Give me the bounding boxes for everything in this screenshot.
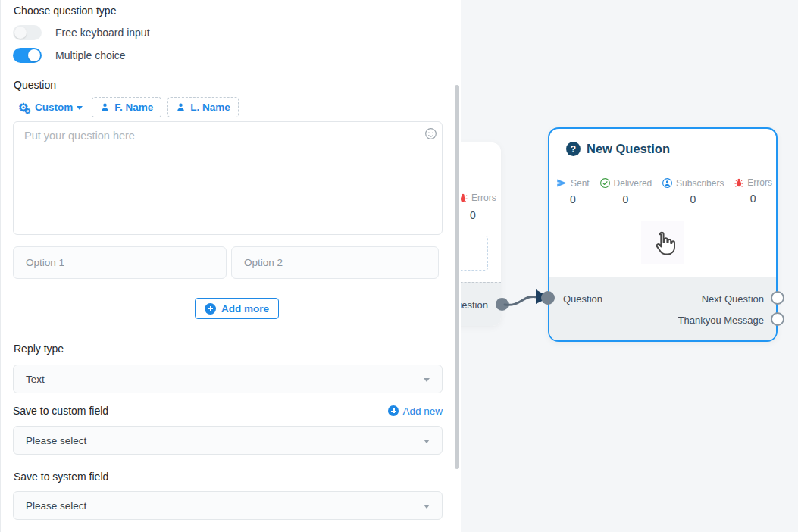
add-more-button[interactable]: Add more	[195, 298, 279, 319]
option-2-input[interactable]	[231, 246, 439, 279]
hidden-node-port-label: uestion	[461, 299, 488, 311]
reply-type-value: Text	[26, 374, 424, 385]
stat-subscribers-label: Subscribers	[676, 178, 724, 189]
multiple-choice-label: Multiple choice	[55, 49, 126, 61]
hidden-node-errors-label: Errors	[471, 192, 496, 203]
node-title: New Question	[587, 142, 670, 156]
multiple-choice-row: Multiple choice	[13, 48, 126, 63]
stat-subscribers: Subscribers 0	[662, 177, 724, 205]
question-input-port[interactable]	[541, 291, 555, 305]
flow-builder-screen: Choose question type Free keyboard input…	[0, 0, 798, 532]
free-keyboard-input-toggle[interactable]	[13, 25, 42, 40]
panel-scrollbar-thumb[interactable]	[455, 85, 459, 469]
node-header: ? New Question	[566, 142, 670, 156]
stat-sent-value: 0	[570, 193, 576, 205]
question-badge-icon: ?	[566, 142, 581, 156]
save-custom-field-select[interactable]: Please select	[13, 426, 443, 455]
reply-type-select[interactable]: Text	[13, 365, 443, 393]
plus-circle-icon	[205, 303, 216, 315]
chevron-down-icon	[424, 505, 430, 509]
add-new-label: Add new	[402, 405, 443, 417]
toggle-knob	[28, 49, 40, 61]
input-port-label: Question	[563, 293, 602, 305]
hidden-question-node[interactable]: Errors 0 uestion	[461, 142, 501, 326]
save-system-field-select[interactable]: Please select	[13, 491, 443, 520]
free-keyboard-input-row: Free keyboard input	[13, 25, 150, 40]
cursor-hover-area	[641, 221, 684, 264]
option-1-input[interactable]	[13, 246, 227, 279]
node-stats-row: Sent 0 Delivered 0	[556, 177, 772, 205]
hidden-node-option-slot[interactable]	[461, 236, 488, 271]
question-section-label: Question	[14, 79, 56, 91]
stat-errors-value: 0	[750, 192, 756, 205]
chevron-down-icon	[424, 378, 430, 382]
person-icon	[176, 102, 186, 112]
save-system-field-value: Please select	[26, 500, 424, 512]
node-ports-footer: Question Next Question Thankyou Message	[549, 277, 776, 340]
choose-question-type-label: Choose question type	[14, 5, 116, 17]
reply-type-label: Reply type	[14, 343, 64, 355]
hidden-node-errors-stat: Errors	[461, 192, 496, 203]
custom-fields-dropdown[interactable]: ⚙⚙ Custom	[13, 100, 86, 115]
question-config-panel: Choose question type Free keyboard input…	[0, 0, 453, 532]
plus-circle-icon	[388, 405, 399, 416]
save-system-field-label: Save to system field	[14, 471, 108, 483]
send-icon	[556, 177, 568, 189]
lname-tag-button[interactable]: L. Name	[167, 97, 239, 117]
custom-dropdown-label: Custom	[35, 102, 73, 113]
flow-canvas[interactable]: Errors 0 uestion ? New Question	[461, 0, 798, 532]
emoji-picker-icon[interactable]	[424, 127, 437, 143]
stat-errors: Errors 0	[734, 177, 772, 205]
toggle-knob	[14, 27, 27, 39]
new-question-node[interactable]: ? New Question Sent 0	[548, 127, 778, 342]
next-question-port-label: Next Question	[702, 293, 764, 305]
merge-tags-row: ⚙⚙ Custom F. Name L. Name	[13, 97, 239, 117]
subscriber-icon	[662, 177, 673, 189]
add-more-label: Add more	[221, 303, 269, 315]
stat-errors-label: Errors	[747, 177, 772, 188]
free-keyboard-input-label: Free keyboard input	[55, 27, 150, 39]
stat-delivered-label: Delivered	[614, 178, 652, 189]
chevron-down-icon	[424, 440, 430, 443]
person-icon	[100, 102, 110, 112]
next-question-output-port[interactable]	[771, 291, 784, 305]
thankyou-message-output-port[interactable]	[771, 312, 784, 326]
add-new-custom-field-link[interactable]: Add new	[388, 405, 443, 417]
gears-icon: ⚙⚙	[16, 102, 31, 114]
stat-delivered-value: 0	[623, 193, 629, 205]
check-circle-icon	[599, 177, 611, 189]
multiple-choice-toggle[interactable]	[13, 48, 42, 63]
stat-sent-label: Sent	[571, 178, 590, 189]
bug-icon	[461, 192, 468, 203]
fname-tag-button[interactable]: F. Name	[92, 97, 161, 117]
hidden-node-errors-value: 0	[461, 209, 488, 221]
hand-pointer-cursor-icon	[649, 230, 677, 257]
save-custom-field-value: Please select	[26, 435, 424, 446]
stat-sent: Sent 0	[556, 177, 590, 205]
hidden-node-output-port[interactable]	[496, 298, 509, 311]
stat-delivered: Delivered 0	[599, 177, 652, 205]
bug-icon	[734, 177, 744, 188]
save-custom-field-row: Save to custom field Add new	[13, 405, 443, 417]
lname-tag-label: L. Name	[190, 102, 230, 113]
chevron-down-icon	[77, 106, 83, 110]
save-custom-field-label: Save to custom field	[13, 405, 108, 417]
stat-subscribers-value: 0	[690, 193, 696, 205]
question-text-input[interactable]	[13, 121, 443, 235]
fname-tag-label: F. Name	[114, 102, 153, 113]
thankyou-message-port-label: Thankyou Message	[678, 315, 764, 326]
